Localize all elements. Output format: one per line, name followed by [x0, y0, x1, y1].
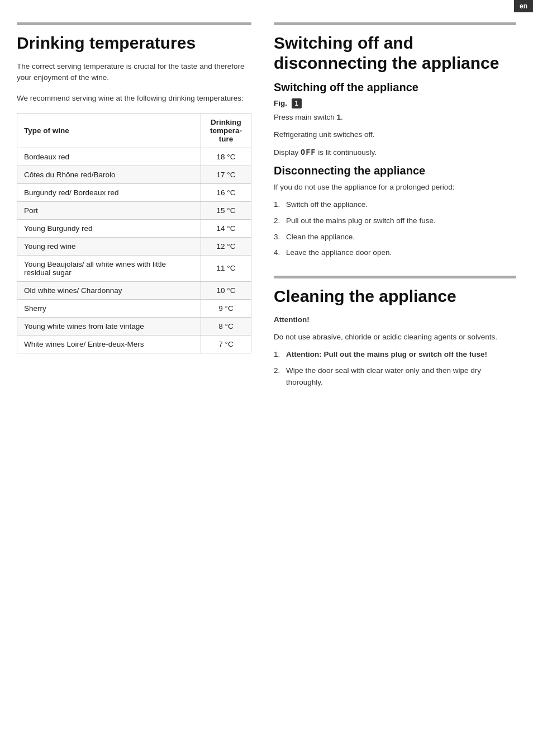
col-wine-header: Type of wine — [17, 113, 201, 148]
switching-off-subtitle: Switching off the appliance — [274, 81, 516, 94]
off-display: OFF — [301, 148, 316, 157]
attention-text: Do not use abrasive, chloride or acidic … — [274, 332, 516, 343]
wine-row-name: White wines Loire/ Entre-deux-Mers — [17, 335, 201, 353]
attention-label: Attention! — [274, 314, 516, 326]
wine-row-name: Old white wines/ Chardonnay — [17, 281, 201, 299]
cleaning-divider — [274, 276, 516, 278]
switching-off-title: Switching off and disconnecting the appl… — [274, 33, 516, 73]
wine-row-temp: 10 °C — [201, 281, 251, 299]
intro-text-1: The correct serving temperature is cruci… — [17, 61, 251, 84]
list-item-text: Wipe the door seal with clear water only… — [286, 365, 516, 389]
wine-row-name: Young Burgundy red — [17, 219, 201, 237]
list-item-num: 3. — [274, 231, 283, 243]
wine-row-temp: 16 °C — [201, 183, 251, 201]
page: en Drinking temperatures The correct ser… — [0, 0, 533, 756]
list-item-num: 1. — [274, 199, 283, 211]
wine-row-name: Young Beaujolais/ all white wines with l… — [17, 255, 201, 281]
right-column: Switching off and disconnecting the appl… — [274, 22, 516, 394]
switch-step2: Refrigerating unit switches off. — [274, 129, 516, 141]
wine-row-name: Port — [17, 201, 201, 219]
list-item-num: 2. — [274, 365, 283, 389]
wine-row-temp: 11 °C — [201, 255, 251, 281]
wine-row-name: Sherry — [17, 299, 201, 317]
wine-row-temp: 18 °C — [201, 148, 251, 166]
disconnecting-subtitle: Disconnecting the appliance — [274, 164, 516, 177]
cleaning-steps: 1.Attention: Pull out the mains plug or … — [274, 349, 516, 389]
list-item-text: Switch off the appliance. — [286, 199, 368, 211]
wine-row-name: Burgundy red/ Bordeaux red — [17, 183, 201, 201]
drinking-temperatures-title: Drinking temperatures — [17, 33, 251, 53]
wine-row-name: Bordeaux red — [17, 148, 201, 166]
list-item: 2.Wipe the door seal with clear water on… — [274, 365, 516, 389]
switch-step3: Display OFF is lit continuously. — [274, 147, 516, 159]
list-item: 1.Attention: Pull out the mains plug or … — [274, 349, 516, 361]
wine-row-temp: 12 °C — [201, 237, 251, 255]
wine-row-temp: 15 °C — [201, 201, 251, 219]
intro-text-2: We recommend serving wine at the followi… — [17, 93, 251, 104]
lang-badge: en — [514, 0, 533, 12]
list-item: 1.Switch off the appliance. — [274, 199, 516, 211]
list-item-num: 2. — [274, 215, 283, 227]
list-item: 3.Clean the appliance. — [274, 231, 516, 243]
list-item-text: Leave the appliance door open. — [286, 247, 392, 259]
list-item: 2.Pull out the mains plug or switch off … — [274, 215, 516, 227]
wine-row-temp: 17 °C — [201, 166, 251, 183]
list-item-num: 4. — [274, 247, 283, 259]
right-section-bar — [274, 22, 516, 25]
wine-row-temp: 8 °C — [201, 317, 251, 335]
col-temp-header: Drinkingtempera-ture — [201, 113, 251, 148]
list-item-text: Clean the appliance. — [286, 231, 355, 243]
two-column-layout: Drinking temperatures The correct servin… — [0, 0, 533, 411]
wine-row-name: Young white wines from late vintage — [17, 317, 201, 335]
wine-row-temp: 14 °C — [201, 219, 251, 237]
switch-step1: Press main switch 1. — [274, 112, 516, 124]
disconnecting-intro: If you do not use the appliance for a pr… — [274, 182, 516, 193]
cleaning-section: Cleaning the appliance Attention! Do not… — [274, 276, 516, 389]
fig-icon: 1 — [292, 98, 302, 108]
disconnecting-steps: 1.Switch off the appliance.2.Pull out th… — [274, 199, 516, 259]
list-item-text: Pull out the mains plug or switch off th… — [286, 215, 436, 227]
wine-row-temp: 7 °C — [201, 335, 251, 353]
cleaning-title: Cleaning the appliance — [274, 286, 516, 306]
list-item: 4.Leave the appliance door open. — [274, 247, 516, 259]
list-item-num: 1. — [274, 349, 283, 361]
left-section-bar — [17, 22, 251, 25]
list-item-text: Attention: Pull out the mains plug or sw… — [286, 349, 487, 361]
fig-label: Fig. 1 — [274, 98, 516, 108]
wine-row-temp: 9 °C — [201, 299, 251, 317]
wine-row-name: Young red wine — [17, 237, 201, 255]
wine-table: Type of wine Drinkingtempera-ture Bordea… — [17, 113, 251, 353]
wine-row-name: Côtes du Rhône red/Barolo — [17, 166, 201, 183]
left-column: Drinking temperatures The correct servin… — [17, 22, 251, 394]
